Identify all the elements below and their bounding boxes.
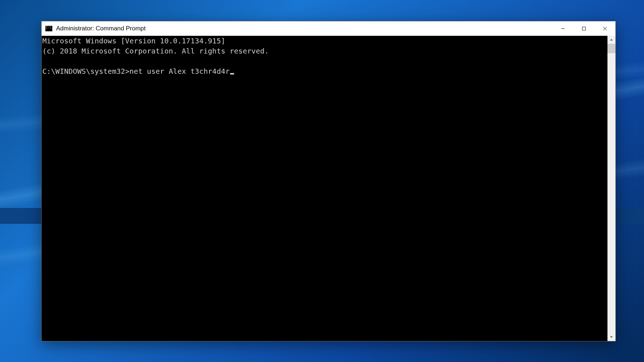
close-icon — [603, 26, 607, 31]
chevron-up-icon — [610, 38, 613, 42]
window-controls — [552, 21, 615, 36]
titlebar[interactable]: Administrator: Command Prompt — [42, 21, 615, 36]
terminal-command-input[interactable]: net user Alex t3chr4d4r — [130, 67, 230, 76]
close-button[interactable] — [594, 21, 615, 36]
svg-rect-1 — [582, 27, 586, 30]
vertical-scrollbar[interactable] — [607, 36, 615, 341]
terminal-prompt: C:\WINDOWS\system32> — [42, 67, 130, 76]
terminal-line: (c) 2018 Microsoft Corporation. All righ… — [42, 47, 269, 55]
minimize-icon — [561, 26, 565, 31]
chevron-down-icon — [610, 335, 613, 339]
window-title: Administrator: Command Prompt — [56, 25, 552, 32]
text-cursor — [230, 73, 234, 74]
scroll-track[interactable] — [607, 44, 615, 333]
cmd-icon — [45, 26, 52, 31]
terminal-line: Microsoft Windows [Version 10.0.17134.91… — [42, 37, 225, 45]
scroll-down-button[interactable] — [607, 333, 615, 341]
terminal-output[interactable]: Microsoft Windows [Version 10.0.17134.91… — [42, 36, 607, 341]
client-area: Microsoft Windows [Version 10.0.17134.91… — [42, 36, 615, 341]
scroll-thumb[interactable] — [607, 44, 615, 53]
maximize-icon — [582, 26, 586, 31]
minimize-button[interactable] — [552, 21, 573, 36]
maximize-button[interactable] — [573, 21, 594, 36]
command-prompt-window: Administrator: Command Prompt Microsoft … — [41, 21, 616, 341]
scroll-up-button[interactable] — [607, 36, 615, 44]
